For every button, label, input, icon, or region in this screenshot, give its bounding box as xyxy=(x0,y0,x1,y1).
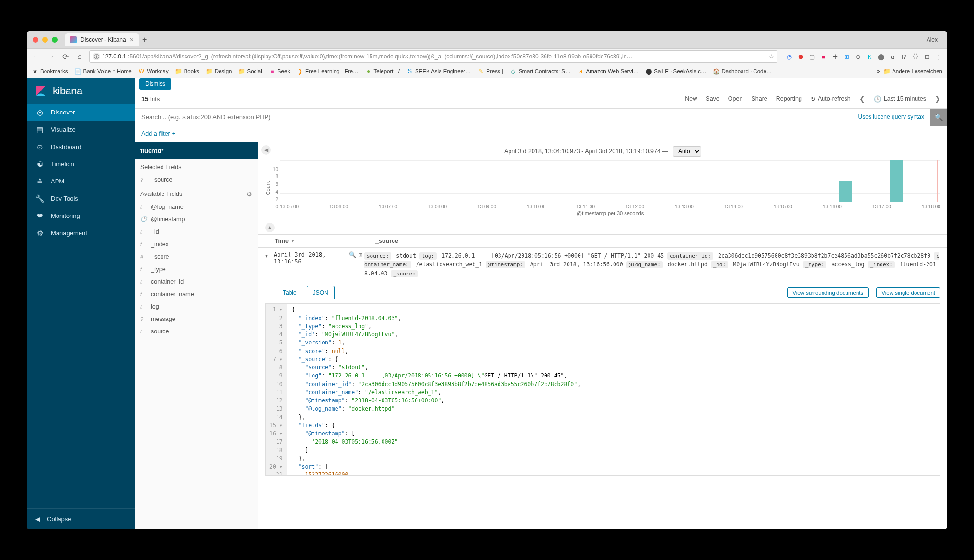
field-item[interactable]: tsource xyxy=(135,325,258,338)
extensions-icons[interactable]: ◔ ⬣ ▢ ■ ✚ ⊞ ⊙ K ⬤ α f? 〈〉 ⊡ ⋮ xyxy=(785,53,942,60)
action-save[interactable]: Save xyxy=(706,95,719,102)
compass-icon: ◎ xyxy=(35,108,44,117)
sidebar-item-management[interactable]: ⚙Management xyxy=(27,225,135,242)
bookmark-item[interactable]: 📁Books xyxy=(175,68,199,75)
field-item[interactable]: #_score xyxy=(135,251,258,263)
field-item[interactable]: t_id xyxy=(135,226,258,238)
kibana-logo[interactable]: kibana xyxy=(27,78,135,104)
tab-json[interactable]: JSON xyxy=(307,286,335,299)
sort-desc-icon[interactable]: ▼ xyxy=(290,238,295,243)
hits-count: 15 hits xyxy=(141,95,160,103)
index-pattern-selector[interactable]: fluentd* xyxy=(135,142,258,159)
minimize-window-icon[interactable] xyxy=(42,37,48,43)
action-reporting[interactable]: Reporting xyxy=(776,95,802,102)
gear-icon: ⚙ xyxy=(35,229,44,238)
search-button[interactable]: 🔍 xyxy=(930,109,947,126)
col-header-source[interactable]: _source xyxy=(375,238,940,244)
prev-range-icon[interactable]: ❮ xyxy=(859,95,865,103)
bookmark-item[interactable]: ★Bookmarks xyxy=(32,68,68,75)
browser-tab[interactable]: Discover - Kibana × xyxy=(65,33,139,46)
next-range-icon[interactable]: ❯ xyxy=(935,95,940,103)
timelion-icon: ☯ xyxy=(35,160,44,169)
view-single-button[interactable]: View single document xyxy=(876,287,940,298)
field-item[interactable]: tcontainer_id xyxy=(135,275,258,288)
field-item[interactable]: ?_source xyxy=(135,173,258,186)
sidebar-item-monitoring[interactable]: ❤Monitoring xyxy=(27,207,135,225)
time-range[interactable]: 🕒Last 15 minutes xyxy=(874,95,926,103)
bookmark-item[interactable]: SSEEK Asia Engineer… xyxy=(406,68,471,75)
bookmark-item[interactable]: ❯Free Learning - Fre… xyxy=(297,68,359,75)
field-item[interactable]: tcontainer_name xyxy=(135,288,258,300)
url-path: :5601/app/kibana#/discover?_g=(refreshIn… xyxy=(128,53,632,60)
row-timestamp: April 3rd 2018, 13:16:56 xyxy=(274,251,346,265)
search-input[interactable] xyxy=(135,109,853,126)
gear-icon[interactable]: ⚙ xyxy=(246,191,252,198)
y-ticks: 10 8 6 4 2 0 xyxy=(273,167,280,210)
selected-fields-header: Selected Fields xyxy=(135,159,258,173)
auto-refresh[interactable]: ↻Auto-refresh xyxy=(811,95,851,103)
tab-table[interactable]: Table xyxy=(277,286,303,299)
sidebar-item-dashboard[interactable]: ⊙Dashboard xyxy=(27,138,135,156)
bookmark-item[interactable]: ✎Press | xyxy=(477,68,503,75)
collapse-fields-icon[interactable]: ◀ xyxy=(261,145,271,155)
site-info-icon[interactable]: ⓘ xyxy=(93,53,100,60)
sidebar-item-apm[interactable]: ≛APM xyxy=(27,173,135,190)
field-item[interactable]: t@log_name xyxy=(135,201,258,213)
field-item[interactable]: tlog xyxy=(135,300,258,313)
bookmark-item[interactable]: 📁Design xyxy=(206,68,232,75)
col-header-time[interactable]: Time xyxy=(275,238,289,244)
lucene-syntax-link[interactable]: Uses lucene query syntax xyxy=(853,109,930,126)
other-bookmarks[interactable]: »📁Andere Lesezeichen xyxy=(875,68,942,75)
new-tab-button[interactable]: + xyxy=(142,35,147,44)
bookmark-item[interactable]: aAmazon Web Servi… xyxy=(578,68,639,75)
sidebar-item-devtools[interactable]: 🔧Dev Tools xyxy=(27,190,135,207)
forward-icon[interactable]: → xyxy=(46,52,56,61)
bookmark-item[interactable]: ≡Seek xyxy=(269,68,290,75)
add-filter-link[interactable]: Add a filter+ xyxy=(141,130,175,137)
reload-icon[interactable]: ⟳ xyxy=(60,52,70,61)
field-item[interactable]: 🕒@timestamp xyxy=(135,213,258,226)
bookmark-item[interactable]: 🏠Dashboard · Code… xyxy=(713,68,772,75)
collapse-sidebar[interactable]: ◀Collapse xyxy=(27,508,135,529)
bookmark-item[interactable]: WWorkday xyxy=(139,68,169,75)
action-share[interactable]: Share xyxy=(751,95,767,102)
profile-name[interactable]: Alex xyxy=(927,36,943,43)
view-surrounding-button[interactable]: View surrounding documents xyxy=(787,287,869,298)
collapse-chart-icon[interactable]: ▲ xyxy=(265,223,275,232)
maximize-window-icon[interactable] xyxy=(52,37,58,43)
zoom-icon[interactable]: 🔍 xyxy=(349,251,356,258)
x-ticks: 13:05:0013:06:0013:07:0013:08:0013:09:00… xyxy=(280,202,940,209)
sidebar-item-timelion[interactable]: ☯Timelion xyxy=(27,156,135,173)
action-open[interactable]: Open xyxy=(728,95,743,102)
clock-icon: 🕒 xyxy=(874,95,881,103)
action-new[interactable]: New xyxy=(685,95,697,102)
interval-select[interactable]: Auto xyxy=(673,146,701,157)
back-icon[interactable]: ← xyxy=(32,52,41,61)
bookmark-item[interactable]: ●Teleport - / xyxy=(365,68,400,75)
bookmark-item[interactable]: 📄Bank Voice :: Home xyxy=(75,68,132,75)
close-window-icon[interactable] xyxy=(33,37,38,43)
bookmark-item[interactable]: ⬤Sall-E · SeekAsia.c… xyxy=(645,68,706,75)
home-icon[interactable]: ⌂ xyxy=(75,52,84,61)
address-bar[interactable]: ⓘ 127.0.0.1 :5601/app/kibana#/discover?_… xyxy=(89,50,777,63)
field-item[interactable]: t_index xyxy=(135,238,258,251)
bar-chart-icon: ▤ xyxy=(35,126,44,134)
histogram-chart[interactable]: Count 10 8 6 4 2 0 xyxy=(258,159,947,221)
apm-icon: ≛ xyxy=(35,177,44,186)
sidebar-item-discover[interactable]: ◎Discover xyxy=(27,104,135,121)
dashboard-icon: ⊙ xyxy=(35,143,44,151)
sidebar-item-visualize[interactable]: ▤Visualize xyxy=(27,121,135,138)
bookmark-item[interactable]: 📁Social xyxy=(238,68,262,75)
bookmark-item[interactable]: ◇Smart Contracts: S… xyxy=(510,68,571,75)
bookmark-star-icon[interactable]: ☆ xyxy=(769,53,774,60)
dismiss-button[interactable]: Dismiss xyxy=(139,78,171,90)
row-source: source: stdout log: 172.26.0.1 - - [03/A… xyxy=(364,251,940,278)
url-host: 127.0.0.1 xyxy=(102,53,126,60)
field-item[interactable]: t_type xyxy=(135,263,258,275)
row-toggle-icon[interactable]: ▾ xyxy=(265,251,272,259)
y-axis-label: Count xyxy=(265,181,271,195)
field-item[interactable]: ?message xyxy=(135,313,258,325)
column-toggle-icon[interactable]: ⊞ xyxy=(359,251,362,258)
close-tab-icon[interactable]: × xyxy=(130,36,134,44)
window-controls[interactable] xyxy=(31,37,61,43)
